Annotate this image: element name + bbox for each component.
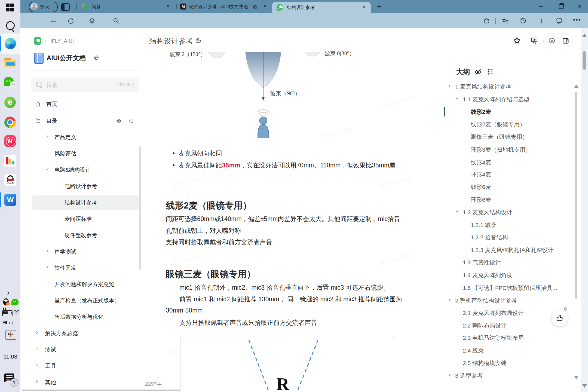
red-wave-app-icon[interactable]: M <box>4 135 16 147</box>
chrome-icon[interactable] <box>4 117 16 128</box>
volume-icon[interactable] <box>3 319 13 326</box>
outline-item[interactable]: 1.2.3 麦克风结构孔径和孔深设计 <box>471 246 554 254</box>
sidebar-item[interactable]: 声学测试 <box>54 248 76 255</box>
home-icon[interactable] <box>88 17 96 25</box>
outline-item[interactable]: 环形3麦（扫地机专用） <box>471 146 531 154</box>
sidebar-item[interactable]: 软件开发 <box>54 264 76 272</box>
tab-hardware-doc[interactable]: M 硬件设计参考 - AIUI文档中心 - 语雀 ✕ <box>178 0 270 13</box>
caret-down-icon[interactable]: ▾ <box>456 210 458 213</box>
chevron-right-icon[interactable]: › <box>46 248 48 254</box>
back-icon[interactable]: ← <box>50 16 57 24</box>
doc-star-icon[interactable] <box>513 36 521 46</box>
360-browser-icon[interactable]: e <box>4 97 16 108</box>
outline-item[interactable]: 线形2麦（眼镜专用） <box>471 121 525 128</box>
stock-chart-app-icon[interactable] <box>4 155 16 167</box>
extensions-puzzle-icon[interactable] <box>483 17 490 25</box>
tab-structure-doc-close-icon[interactable]: ✕ <box>362 5 366 10</box>
sidebar-item-selected[interactable]: 结构设计参考 <box>65 199 97 206</box>
tab-qa[interactable]: 问答 ✕ <box>80 0 172 13</box>
tab-structure-doc-active[interactable]: 结构设计参考 ✕ <box>272 2 371 13</box>
outline-item[interactable]: 2.5 结构模块安装 <box>463 359 507 367</box>
collapse-outline-icon[interactable] <box>128 118 134 125</box>
workspaces-icon[interactable] <box>61 3 70 11</box>
outline-item[interactable]: 2.3 电机马达等模块布局 <box>463 334 524 342</box>
outline-item[interactable]: 2.4 线束 <box>463 347 484 354</box>
outline-item[interactable]: 线形4麦 <box>471 159 491 166</box>
outline-item[interactable]: 1 麦克风结构设计参考 <box>455 83 512 90</box>
outline-item[interactable]: 1.4 麦克风阵列角度 <box>463 271 512 279</box>
sidebar-item[interactable]: 风险评估 <box>54 150 76 157</box>
outline-item[interactable]: 1.5 【可选】FPC软板预留保压治具... <box>463 284 557 292</box>
edge-icon[interactable] <box>5 38 16 49</box>
outline-item-active[interactable]: 线形2麦 <box>471 108 491 116</box>
tray-qq-icon[interactable] <box>3 298 10 307</box>
doc-present-icon[interactable] <box>530 36 538 46</box>
tray-wechat-icon[interactable] <box>11 299 19 305</box>
outline-item[interactable]: 1.1 麦克风阵列介绍与选型 <box>463 96 529 103</box>
breadcrumb[interactable]: iFLY_AIUI <box>51 38 74 44</box>
like-button[interactable] <box>552 310 568 326</box>
outline-scrollbar[interactable] <box>575 92 577 299</box>
caret-down-icon[interactable]: ▾ <box>449 84 451 88</box>
outline-item[interactable]: 3 选型参考 <box>455 372 483 379</box>
sidebar-item-home[interactable]: 首页 <box>46 100 57 108</box>
search-input[interactable]: 搜索 Ctrl + J <box>31 78 139 92</box>
outline-item[interactable]: 眼镜三麦（眼镜专用） <box>471 133 528 141</box>
tray-expand-chevron[interactable]: › <box>7 289 10 297</box>
battery-icon[interactable] <box>2 310 13 316</box>
downloads-icon[interactable]: ↓ <box>540 16 543 24</box>
book-title[interactable]: AIUI公开文档 <box>47 54 86 62</box>
page-scrollbar-rail[interactable] <box>581 28 588 392</box>
chevron-right-icon[interactable]: › <box>46 264 48 270</box>
outline-item[interactable]: 1.3 气密性设计 <box>463 259 501 266</box>
page-scrollbar-thumb[interactable] <box>583 51 586 70</box>
sidebar-item[interactable]: 电路设计参考 <box>65 183 97 190</box>
sidebar-item[interactable]: 其他 <box>45 379 56 386</box>
caret-down-icon[interactable]: ▾ <box>449 298 451 302</box>
chevron-down-icon[interactable]: › <box>44 168 50 170</box>
outline-item[interactable]: 环形4麦 <box>471 171 491 178</box>
sidebar-item[interactable]: 测试 <box>45 346 56 353</box>
tab-hardware-doc-close-icon[interactable]: ✕ <box>263 4 267 9</box>
wechat-icon[interactable] <box>4 77 14 86</box>
wifi-icon[interactable] <box>13 310 20 316</box>
file-explorer-icon[interactable] <box>4 58 16 68</box>
sidebar-item[interactable]: 麦间距标准 <box>65 215 92 223</box>
panel-toggle-icon[interactable] <box>562 37 569 46</box>
sidebar-item[interactable]: 硬件整改参考 <box>65 232 97 239</box>
outline-item[interactable]: 1.2 麦克风结构设计 <box>463 209 512 216</box>
caret-down-icon[interactable]: ▾ <box>456 97 458 100</box>
chevron-right-icon[interactable]: › <box>46 133 48 139</box>
page-scroll-up-icon[interactable] <box>582 34 587 37</box>
outline-item[interactable]: 2.2 喇叭布局设计 <box>463 322 507 329</box>
close-button[interactable]: ✕ <box>577 3 582 10</box>
windows-start-icon[interactable] <box>6 4 14 12</box>
sidebar-item[interactable]: 电路&结构设计 <box>54 166 91 174</box>
sidebar-item[interactable]: 量产检查（发布正式版本） <box>54 297 120 304</box>
outline-item[interactable]: 环形6麦 <box>471 196 491 204</box>
refresh-icon[interactable] <box>67 17 74 25</box>
ime-indicator[interactable]: 中 <box>5 330 16 340</box>
sidebar-item[interactable]: 售后数据分析与优化 <box>54 313 103 321</box>
settings-more-icon[interactable]: ••• <box>573 16 581 23</box>
outline-item[interactable]: 2.1 麦克风阵列布局设计 <box>463 309 524 317</box>
yuque-logo-icon[interactable] <box>34 37 41 45</box>
outline-item[interactable]: 1.2.2 拾音结构 <box>471 234 508 241</box>
comment-icon[interactable] <box>548 37 556 46</box>
outline-item[interactable]: 线形6麦 <box>471 183 491 191</box>
screenshot-snip-icon[interactable] <box>556 17 563 25</box>
toolbar-search-icon[interactable] <box>112 17 120 25</box>
chevron-right-icon[interactable]: › <box>36 362 38 368</box>
chevron-right-icon[interactable]: › <box>36 378 38 384</box>
locate-current-icon[interactable] <box>116 118 122 125</box>
outline-item[interactable]: 1.2.1 减噪 <box>471 221 497 229</box>
outline-scroll-up-icon[interactable] <box>574 84 579 88</box>
page-scroll-down-icon[interactable] <box>582 384 587 388</box>
sidebar-item[interactable]: 工具 <box>45 362 56 370</box>
collections-icon[interactable] <box>502 17 509 25</box>
eye-off-icon[interactable] <box>474 68 482 77</box>
outline-item[interactable]: 2 整机声学结构设计参考 <box>455 297 517 304</box>
history-icon[interactable] <box>520 17 527 25</box>
minimize-button[interactable]: − <box>539 3 543 10</box>
qq-icon[interactable] <box>4 174 16 186</box>
